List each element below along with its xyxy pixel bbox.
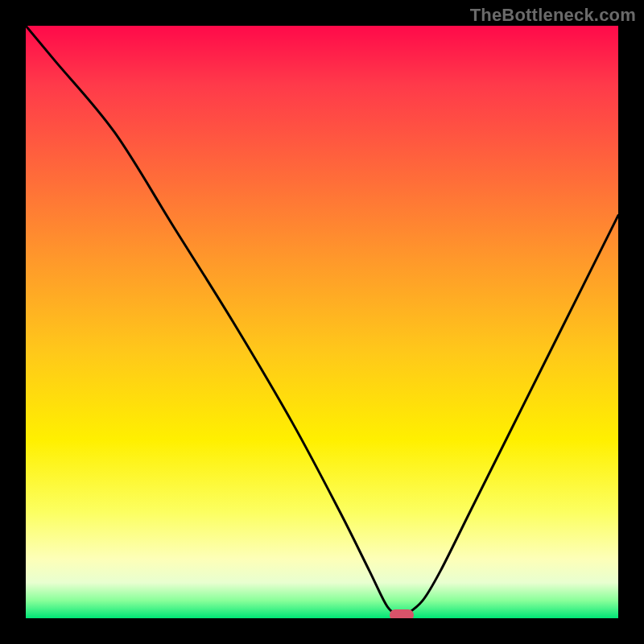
- optimal-marker: [390, 609, 414, 618]
- bottleneck-curve: [26, 26, 618, 618]
- watermark-label: TheBottleneck.com: [470, 5, 636, 26]
- chart-frame: TheBottleneck.com: [0, 0, 644, 644]
- plot-area: [26, 26, 618, 618]
